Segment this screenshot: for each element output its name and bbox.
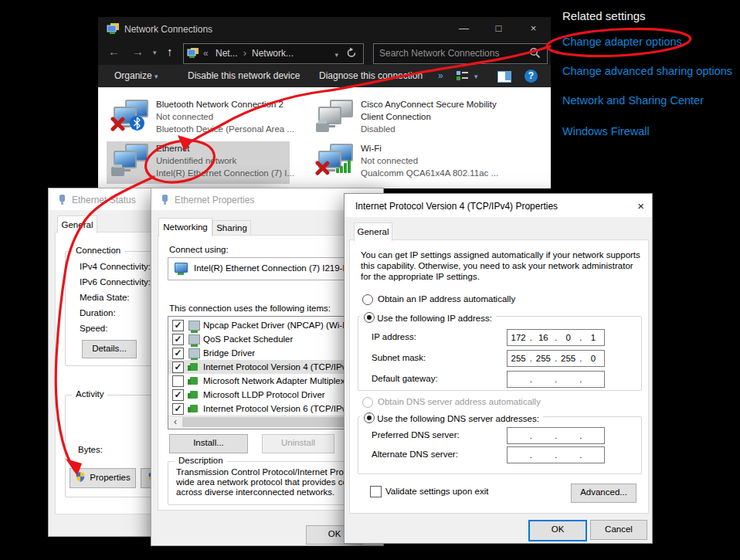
checkbox[interactable]: ✓ bbox=[172, 403, 184, 415]
breadcrumb-crumb-1[interactable]: Net... bbox=[216, 48, 238, 59]
list-item[interactable]: Microsoft Network Adapter Multiplexor P bbox=[168, 374, 372, 388]
checkbox[interactable] bbox=[172, 375, 184, 387]
alternate-dns-field[interactable]: . . . bbox=[507, 446, 605, 463]
list-item[interactable]: ✓ Microsoft LLDP Protocol Driver bbox=[168, 388, 372, 402]
item-label: Bridge Driver bbox=[203, 348, 255, 358]
minimize-button[interactable]: — bbox=[446, 17, 481, 40]
scroll-left-icon[interactable]: ‹ bbox=[170, 416, 181, 428]
adapter-name: Ethernet bbox=[156, 144, 189, 153]
advanced-button[interactable]: Advanced... bbox=[571, 484, 636, 503]
link-change-advanced-sharing[interactable]: Change advanced sharing options bbox=[562, 65, 732, 77]
ethernet-properties-icon bbox=[160, 194, 170, 205]
list-item[interactable]: ✓ QoS Packet Scheduler bbox=[168, 332, 372, 346]
checkbox[interactable]: ✓ bbox=[172, 348, 184, 359]
radio-use-dns[interactable]: Use the following DNS server addresses: bbox=[360, 411, 543, 423]
preferred-dns-field[interactable]: . . . bbox=[507, 427, 605, 444]
network-connections-app-icon bbox=[107, 22, 120, 35]
cancel-button[interactable]: Cancel bbox=[590, 520, 647, 540]
recent-locations-chevron-icon[interactable]: ▾ bbox=[153, 49, 157, 56]
adapter-tile-wifi[interactable]: Wi-Fi Not connected Qualcomm QCA61x4A 80… bbox=[311, 141, 494, 184]
title-bar[interactable]: Network Connections — □ × bbox=[98, 17, 551, 42]
adapter-device: Intel(R) Ethernet Connection (7) I... bbox=[156, 168, 294, 178]
properties-button[interactable]: Properties bbox=[70, 468, 136, 488]
list-item-ipv4-selected[interactable]: ✓ Internet Protocol Version 4 (TCP/IPv4) bbox=[168, 360, 372, 374]
forward-icon[interactable]: → bbox=[132, 45, 144, 58]
checkbox[interactable]: ✓ bbox=[172, 320, 184, 331]
close-icon[interactable]: × bbox=[637, 199, 644, 212]
adapter-box: Intel(R) Ethernet Connection (7) I219-LM bbox=[168, 257, 373, 280]
breadcrumb-crumb-2[interactable]: Network... bbox=[252, 48, 294, 59]
tab-general[interactable]: General bbox=[354, 222, 392, 241]
item-label: QoS Packet Scheduler bbox=[203, 334, 293, 344]
toolbar-overflow-chevron-icon[interactable]: » bbox=[438, 70, 443, 81]
adapter-tile-bluetooth[interactable]: Bluetooth Network Connection 2 Not conne… bbox=[107, 97, 290, 140]
diagnose-connection-button[interactable]: Diagnose this connection bbox=[319, 70, 423, 81]
disconnected-x-icon bbox=[314, 159, 331, 176]
duration-label: Duration: bbox=[80, 308, 116, 317]
radio-use-ip[interactable]: Use the following IP address: bbox=[360, 311, 496, 323]
ethernet-plug-icon bbox=[111, 167, 124, 176]
ok-button[interactable]: OK bbox=[528, 520, 587, 541]
details-button[interactable]: Details... bbox=[82, 340, 137, 358]
view-dropdown-chevron-icon[interactable]: ▾ bbox=[474, 73, 478, 80]
general-tab-page: You can get IP settings assigned automat… bbox=[349, 239, 649, 514]
radio-obtain-ip-label: Obtain an IP address automatically bbox=[378, 294, 515, 304]
breadcrumb-overflow-chevron[interactable]: « bbox=[203, 48, 209, 59]
ip-address-field[interactable]: 172. 16. 0. 1 bbox=[507, 329, 605, 346]
intro-line: You can get IP settings assigned automat… bbox=[361, 250, 640, 260]
help-icon[interactable]: ? bbox=[524, 70, 538, 83]
install-button[interactable]: Install... bbox=[169, 434, 248, 453]
adapter-tile-cisco[interactable]: Cisco AnyConnect Secure Mobility Client … bbox=[311, 97, 494, 140]
address-dropdown-chevron-icon[interactable]: ▾ bbox=[334, 51, 338, 59]
list-item[interactable]: ✓ Internet Protocol Version 6 (TCP/IPv6) bbox=[168, 402, 372, 416]
details-view-icon[interactable] bbox=[457, 71, 468, 81]
intro-line: this capability. Otherwise, you need to … bbox=[361, 261, 633, 270]
scrollbar-thumb[interactable] bbox=[182, 417, 371, 427]
uninstall-button[interactable]: Uninstall bbox=[262, 434, 334, 453]
description-group: Description Transmission Control Protoco… bbox=[168, 461, 373, 505]
horizontal-scrollbar[interactable]: ‹ bbox=[168, 416, 372, 429]
preview-pane-icon[interactable] bbox=[497, 71, 511, 83]
tab-sharing[interactable]: Sharing bbox=[212, 220, 251, 236]
radio-obtain-ip[interactable] bbox=[362, 294, 373, 305]
tab-networking[interactable]: Networking bbox=[158, 218, 212, 236]
address-bar: ← → ▾ ↑ « Net... › Network... ▾ Search N… bbox=[98, 42, 551, 65]
description-line: across diverse interconnected networks. bbox=[176, 487, 334, 497]
adapter-tile-ethernet[interactable]: Ethernet Unidentified network Intel(R) E… bbox=[107, 141, 290, 184]
list-item[interactable]: ✓ Bridge Driver bbox=[168, 346, 372, 360]
item-label: Npcap Packet Driver (NPCAP) (Wi-Fi) bbox=[203, 321, 353, 330]
back-icon[interactable]: ← bbox=[108, 45, 120, 58]
checkbox[interactable]: ✓ bbox=[172, 389, 184, 401]
search-input[interactable]: Search Network Connections bbox=[373, 43, 548, 64]
radio-obtain-dns-label: Obtain DNS server address automatically bbox=[378, 397, 541, 406]
maximize-button[interactable]: □ bbox=[481, 17, 516, 40]
bytes-label: Bytes: bbox=[78, 445, 103, 454]
bluetooth-icon bbox=[130, 116, 144, 131]
title-bar[interactable]: Internet Protocol Version 4 (TCP/IPv4) P… bbox=[345, 194, 652, 217]
link-change-adapter-options[interactable]: Change adapter options bbox=[562, 36, 682, 48]
ipv4-connectivity-label: IPv4 Connectivity: bbox=[80, 262, 151, 271]
checkbox[interactable]: ✓ bbox=[172, 361, 184, 373]
protocol-icon bbox=[190, 363, 198, 371]
radio-obtain-dns[interactable] bbox=[362, 397, 373, 408]
list-item[interactable]: ✓ Npcap Packet Driver (NPCAP) (Wi-Fi) bbox=[168, 318, 372, 332]
disable-device-button[interactable]: Disable this network device bbox=[188, 70, 300, 81]
wifi-adapter-icon bbox=[315, 144, 357, 181]
tab-general[interactable]: General bbox=[57, 216, 97, 233]
subnet-mask-field[interactable]: 255. 255. 255. 0 bbox=[507, 350, 605, 367]
search-icon[interactable] bbox=[529, 47, 541, 61]
item-label: Internet Protocol Version 6 (TCP/IPv6) bbox=[203, 404, 355, 413]
refresh-icon[interactable] bbox=[346, 47, 357, 61]
breadcrumb[interactable]: « Net... › Network... ▾ bbox=[183, 43, 364, 64]
link-network-sharing-center[interactable]: Network and Sharing Center bbox=[562, 94, 704, 107]
up-icon[interactable]: ↑ bbox=[167, 45, 173, 58]
close-button[interactable]: × bbox=[516, 17, 551, 40]
protocol-list[interactable]: ✓ Npcap Packet Driver (NPCAP) (Wi-Fi) ✓ … bbox=[168, 316, 373, 429]
link-windows-firewall[interactable]: Windows Firewall bbox=[562, 125, 650, 137]
checkbox[interactable]: ✓ bbox=[172, 334, 184, 345]
adapter-list: Bluetooth Network Connection 2 Not conne… bbox=[98, 87, 551, 188]
adapter-status: Unidentified network bbox=[156, 156, 236, 165]
default-gateway-field[interactable]: . . . bbox=[507, 371, 605, 388]
organize-menu[interactable]: Organize ▾ bbox=[114, 70, 158, 81]
validate-checkbox[interactable] bbox=[370, 486, 382, 497]
